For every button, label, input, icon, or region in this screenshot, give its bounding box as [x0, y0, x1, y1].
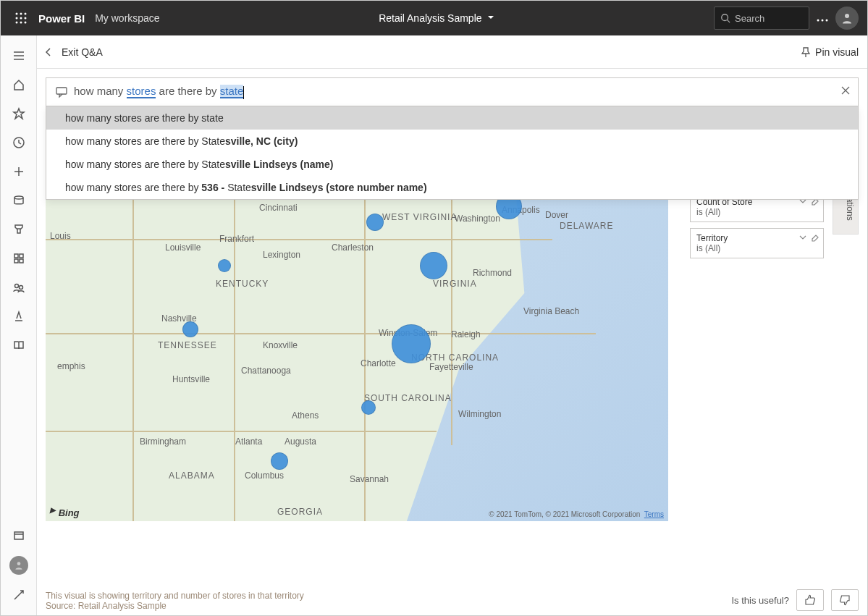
document-title: Retail Analysis Sample [379, 12, 481, 24]
document-title-dropdown[interactable]: Retail Analysis Sample [379, 12, 494, 24]
top-app-bar: Power BI My workspace Retail Analysis Sa… [1, 1, 867, 35]
user-avatar[interactable] [835, 7, 859, 30]
brand-label: Power BI [38, 12, 85, 25]
eraser-icon [810, 233, 819, 242]
map-city-label: Knoxville [263, 340, 298, 350]
map-city-label: Atlanta [235, 436, 262, 447]
svg-rect-31 [56, 88, 67, 94]
bing-logo: ▶ Bing [50, 506, 80, 518]
nav-deployment-icon[interactable] [7, 302, 30, 331]
svg-point-6 [16, 22, 18, 24]
thumbs-up-button[interactable] [796, 589, 824, 611]
svg-point-4 [20, 17, 22, 20]
nav-home-icon[interactable] [7, 70, 30, 99]
nav-workspaces-icon[interactable] [7, 521, 30, 550]
map-city-label: Charleston [332, 242, 374, 253]
svg-point-11 [817, 20, 819, 22]
left-nav [1, 35, 37, 616]
map-data-bubble[interactable] [182, 321, 198, 337]
nav-my-workspace-icon[interactable] [9, 556, 28, 575]
map-city-label: Savannah [350, 474, 389, 484]
thumbs-down-button[interactable] [831, 589, 859, 611]
visual-description: This visual is showing territory and num… [46, 591, 304, 601]
map-city-label: Fayetteville [429, 362, 473, 372]
nav-goals-icon[interactable] [7, 215, 30, 244]
map-data-bubble[interactable] [218, 259, 231, 272]
map-city-label: Athens [292, 410, 319, 421]
svg-point-2 [25, 13, 27, 15]
svg-rect-22 [14, 254, 18, 258]
map-data-bubble[interactable] [271, 452, 288, 470]
pin-icon [799, 46, 811, 58]
map-city-label: Augusta [285, 436, 316, 447]
more-options-icon[interactable] [817, 12, 828, 25]
nav-shared-icon[interactable] [7, 273, 30, 302]
clear-input-button[interactable] [840, 85, 851, 98]
chevron-down-icon [486, 12, 495, 24]
svg-point-0 [16, 13, 18, 15]
svg-point-8 [25, 22, 27, 24]
exit-qa-button[interactable]: Exit Q&A [43, 46, 103, 58]
global-search-input[interactable]: Search [714, 7, 809, 30]
map-terms-link[interactable]: Terms [644, 510, 664, 518]
map-state-label: GEORGIA [277, 507, 323, 517]
qa-suggestions-dropdown: how many stores are there by state how m… [46, 106, 859, 200]
chevron-left-icon [43, 46, 54, 58]
search-placeholder: Search [735, 13, 764, 24]
qa-suggestion[interactable]: how many stores are there by 536 - State… [46, 176, 858, 199]
nav-create-icon[interactable] [7, 157, 30, 186]
svg-rect-25 [20, 259, 23, 263]
map-state-label: DELAWARE [560, 221, 613, 231]
map-attribution: © 2021 TomTom, © 2021 Microsoft Corporat… [489, 510, 664, 518]
map-city-label: Louisville [165, 242, 201, 253]
nav-favorites-icon[interactable] [7, 99, 30, 128]
map-data-bubble[interactable] [361, 400, 376, 415]
feedback-question: Is this useful? [732, 595, 790, 606]
qa-input[interactable]: how many stores are there by state [46, 77, 859, 106]
map-data-bubble[interactable] [366, 214, 384, 231]
qa-input-container: how many stores are there by state how m… [46, 77, 859, 106]
map-city-label: emphis [57, 361, 85, 371]
svg-point-9 [722, 14, 728, 21]
map-city-label: Louis [50, 231, 71, 241]
nav-recent-icon[interactable] [7, 128, 30, 157]
workspace-label[interactable]: My workspace [95, 12, 159, 24]
exit-qa-label: Exit Q&A [62, 46, 103, 58]
svg-point-1 [20, 13, 22, 15]
map-data-bubble[interactable] [392, 324, 431, 363]
map-state-label: SOUTH CAROLINA [364, 393, 452, 403]
map-state-label: KENTUCKY [216, 279, 269, 289]
page-header: Exit Q&A Pin visual [37, 35, 867, 69]
nav-getdata-icon[interactable] [7, 581, 30, 609]
svg-point-21 [14, 196, 23, 199]
qa-suggestion[interactable]: how many stores are there by Statesville… [46, 130, 858, 153]
map-state-label: TENNESSEE [158, 340, 217, 350]
qa-footer: This visual is showing territory and num… [46, 589, 859, 611]
nav-datasets-icon[interactable] [7, 186, 30, 215]
qa-suggestion[interactable]: how many stores are there by state [46, 106, 858, 130]
nav-apps-icon[interactable] [7, 244, 30, 273]
map-city-label: Chattanooga [241, 366, 291, 376]
nav-learn-icon[interactable] [7, 331, 30, 360]
svg-line-10 [728, 20, 730, 23]
svg-rect-24 [14, 259, 18, 263]
svg-point-30 [17, 562, 20, 565]
svg-point-12 [822, 20, 824, 22]
map-data-bubble[interactable] [420, 252, 447, 279]
map-city-label: Huntsville [172, 374, 210, 384]
search-icon [720, 13, 730, 23]
nav-menu-toggle[interactable] [7, 41, 30, 70]
app-launcher-icon[interactable] [9, 7, 33, 30]
qa-query-text: how many stores are there by state [74, 85, 244, 98]
svg-point-7 [20, 22, 22, 24]
chevron-down-icon [799, 233, 807, 242]
visual-source: Source: Retail Analysis Sample [46, 601, 304, 611]
map-city-label: Dover [545, 210, 568, 220]
map-city-label: Wilmington [458, 409, 501, 419]
svg-rect-23 [20, 254, 23, 258]
filter-card[interactable]: Territory is (All) [690, 228, 824, 258]
pin-visual-button[interactable]: Pin visual [799, 46, 859, 58]
svg-point-26 [14, 284, 18, 288]
qa-suggestion[interactable]: how many stores are there by Statesville… [46, 153, 858, 176]
chat-icon [55, 85, 68, 98]
